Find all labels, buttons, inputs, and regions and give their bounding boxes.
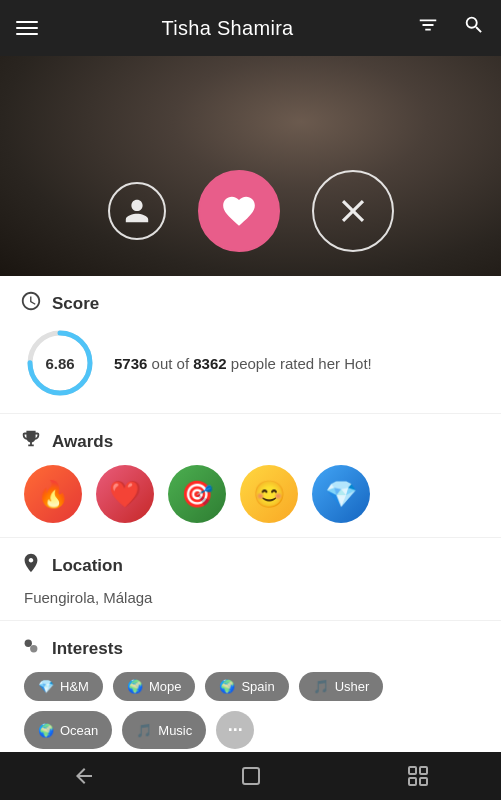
mope-tag-icon: 🌍	[127, 679, 143, 694]
awards-section: Awards 🔥 ❤️ 🎯 😊 💎	[0, 414, 501, 538]
total-count: 8362	[193, 355, 226, 372]
score-icon	[20, 290, 42, 317]
svg-rect-5	[420, 767, 427, 774]
spain-tag-icon: 🌍	[219, 679, 235, 694]
location-title: Location	[52, 556, 123, 576]
awards-icon	[20, 428, 42, 455]
spain-tag-label: Spain	[241, 679, 274, 694]
ocean-tag-label: Ocean	[60, 723, 98, 738]
hm-tag-icon: 💎	[38, 679, 54, 694]
content-area: Score 6.86 5736 out of 8362 people rated…	[0, 276, 501, 752]
location-icon	[20, 552, 42, 579]
hm-tag[interactable]: 💎 H&M	[24, 672, 103, 701]
menu-icon[interactable]	[16, 21, 38, 35]
profile-view-button[interactable]	[108, 182, 166, 240]
target-award[interactable]: 🎯	[168, 465, 226, 523]
score-description: 5736 out of 8362 people rated her Hot!	[114, 353, 481, 374]
score-text-end: people rated her Hot!	[227, 355, 372, 372]
svg-rect-7	[420, 778, 427, 785]
more-interests-button[interactable]: ···	[216, 711, 254, 749]
music-tag-label: Music	[158, 723, 192, 738]
rated-count: 5736	[114, 355, 147, 372]
header-actions	[417, 14, 485, 42]
score-section: Score 6.86 5736 out of 8362 people rated…	[0, 276, 501, 414]
interests-header: Interests	[20, 635, 481, 662]
svg-rect-4	[409, 767, 416, 774]
svg-point-3	[30, 645, 37, 652]
score-row: 6.86 5736 out of 8362 people rated her H…	[20, 327, 481, 399]
svg-rect-6	[409, 778, 416, 785]
home-button[interactable]	[221, 756, 281, 796]
smile-award[interactable]: 😊	[240, 465, 298, 523]
fire-award[interactable]: 🔥	[24, 465, 82, 523]
interests-icon	[20, 635, 42, 662]
search-icon[interactable]	[463, 14, 485, 42]
usher-tag[interactable]: 🎵 Usher	[299, 672, 384, 701]
awards-row: 🔥 ❤️ 🎯 😊 💎	[20, 465, 481, 523]
hero-section	[0, 56, 501, 276]
mope-tag[interactable]: 🌍 Mope	[113, 672, 196, 701]
score-text-out: out of	[147, 355, 193, 372]
diamond-award[interactable]: 💎	[312, 465, 370, 523]
app-header: Tisha Shamira	[0, 0, 501, 56]
recents-button[interactable]	[388, 756, 448, 796]
location-header: Location	[20, 552, 481, 579]
score-title: Score	[52, 294, 99, 314]
location-section: Location Fuengirola, Málaga	[0, 538, 501, 621]
awards-title: Awards	[52, 432, 113, 452]
mope-tag-label: Mope	[149, 679, 182, 694]
interests-tags: 💎 H&M 🌍 Mope 🌍 Spain 🎵 Usher 🌍 Ocean 🎵	[20, 672, 481, 749]
music-tag-icon: 🎵	[136, 723, 152, 738]
filter-icon[interactable]	[417, 14, 439, 42]
ocean-tag-icon: 🌍	[38, 723, 54, 738]
interests-section: Interests 💎 H&M 🌍 Mope 🌍 Spain 🎵 Usher 🌍…	[0, 621, 501, 752]
usher-tag-label: Usher	[335, 679, 370, 694]
score-circle: 6.86	[24, 327, 96, 399]
ocean-tag[interactable]: 🌍 Ocean	[24, 711, 112, 749]
svg-point-2	[25, 640, 32, 647]
location-value: Fuengirola, Málaga	[20, 589, 481, 606]
usher-tag-icon: 🎵	[313, 679, 329, 694]
interests-title: Interests	[52, 639, 123, 659]
awards-header: Awards	[20, 428, 481, 455]
hm-tag-label: H&M	[60, 679, 89, 694]
music-tag[interactable]: 🎵 Music	[122, 711, 206, 749]
score-value: 6.86	[45, 355, 74, 372]
page-title: Tisha Shamira	[161, 17, 293, 40]
more-icon: ···	[228, 720, 243, 741]
back-button[interactable]	[54, 756, 114, 796]
dislike-button[interactable]	[312, 170, 394, 252]
like-button[interactable]	[198, 170, 280, 252]
score-header: Score	[20, 290, 481, 317]
hero-action-buttons	[108, 170, 394, 252]
spain-tag[interactable]: 🌍 Spain	[205, 672, 288, 701]
bottom-navigation	[0, 752, 501, 800]
heart-award[interactable]: ❤️	[96, 465, 154, 523]
